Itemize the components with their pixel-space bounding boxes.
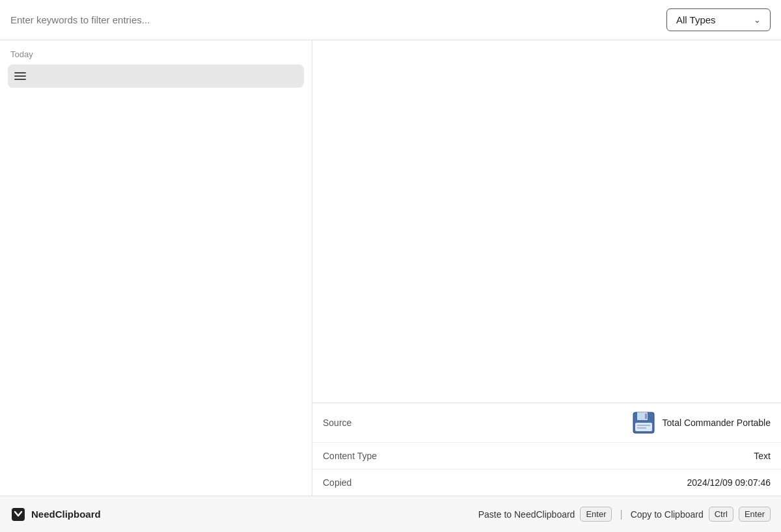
svg-rect-5 (637, 425, 650, 426)
copied-value: 2024/12/09 09:07:46 (687, 477, 771, 488)
content-type-value: Text (754, 451, 771, 461)
search-input[interactable] (10, 14, 659, 25)
content-type-row: Content Type Text (312, 443, 781, 470)
source-label: Source (323, 418, 632, 428)
copy-key-enter[interactable]: Enter (739, 507, 771, 522)
main-content: Today Source (0, 40, 781, 496)
copy-label: Copy to Clipboard (631, 509, 704, 520)
copy-key-ctrl[interactable]: Ctrl (709, 507, 733, 522)
detail-panel: Source Total Commander Portable (312, 403, 781, 496)
source-row: Source Total Commander Portable (312, 403, 781, 443)
floppy-disk-icon (632, 411, 655, 434)
app-logo-icon (10, 507, 26, 522)
source-value: Total Commander Portable (632, 411, 771, 434)
list-item[interactable] (8, 64, 304, 88)
paste-key[interactable]: Enter (580, 507, 612, 522)
section-today-label: Today (8, 49, 304, 59)
svg-rect-4 (635, 423, 652, 431)
paste-label: Paste to NeedClipboard (478, 509, 575, 520)
bottom-actions: Paste to NeedClipboard Enter | Copy to C… (478, 507, 771, 522)
chevron-down-icon: ⌄ (754, 15, 761, 25)
type-dropdown[interactable]: All Types ⌄ (666, 8, 771, 31)
top-bar: All Types ⌄ (0, 0, 781, 40)
svg-rect-7 (12, 508, 25, 521)
dropdown-label: All Types (676, 14, 716, 25)
copied-row: Copied 2024/12/09 09:07:46 (312, 470, 781, 496)
content-type-label: Content Type (323, 451, 754, 461)
app-name: NeedClipboard (31, 509, 101, 520)
app-logo: NeedClipboard (10, 507, 468, 522)
left-panel: Today (0, 40, 312, 496)
right-content-area (312, 40, 781, 403)
svg-rect-3 (645, 414, 647, 419)
actions-separator: | (620, 509, 622, 520)
bottom-bar: NeedClipboard Paste to NeedClipboard Ent… (0, 496, 781, 532)
right-panel: Source Total Commander Portable (312, 40, 781, 496)
svg-rect-6 (637, 427, 646, 429)
menu-lines-icon (14, 72, 26, 80)
source-app-name: Total Commander Portable (662, 418, 771, 428)
copied-label: Copied (323, 477, 687, 488)
